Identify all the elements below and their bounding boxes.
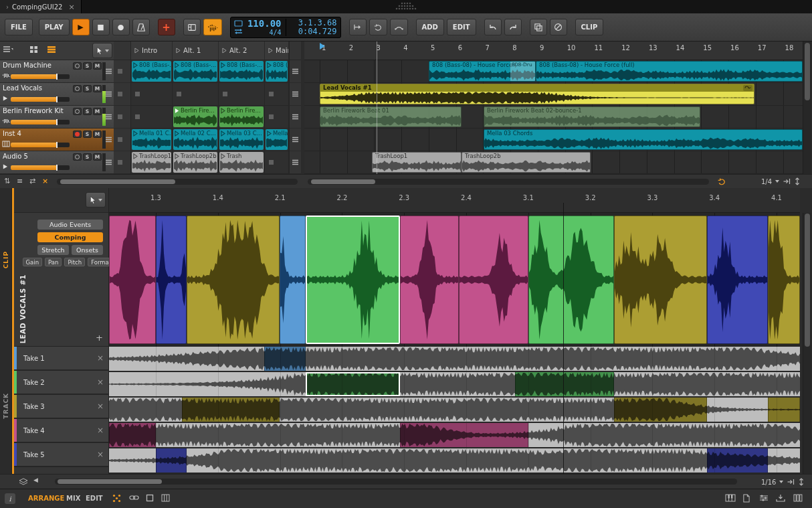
clip-stop-button[interactable]	[135, 114, 140, 119]
solo-button[interactable]: S	[83, 108, 92, 115]
mini-menu-icon[interactable]	[292, 137, 299, 143]
clip-stop-button[interactable]	[118, 160, 122, 165]
arranger-clip[interactable]: TrashLoop2b	[462, 152, 591, 173]
meter-bridge-icon[interactable]	[793, 494, 803, 502]
mini-menu-icon[interactable]	[292, 159, 299, 165]
take-row[interactable]: Take 5×	[14, 443, 108, 467]
mini-menu-icon[interactable]	[292, 91, 299, 97]
arranger-clip[interactable]: Berlin Firework Beat 01	[320, 106, 462, 127]
clip-stop-button[interactable]	[118, 69, 122, 74]
orange-dots-icon[interactable]	[112, 494, 121, 503]
onsets-button[interactable]: Onsets	[72, 245, 103, 255]
song-time-value[interactable]: 0:04.729	[298, 27, 337, 36]
take-comp-region[interactable]	[109, 423, 156, 447]
snap-caret-icon[interactable]	[775, 180, 779, 183]
mute-button[interactable]: M	[93, 131, 102, 138]
arranger-clip[interactable]: Mella 03 Chords	[484, 129, 803, 150]
clip-stop-button[interactable]	[269, 114, 274, 119]
arranger-clip[interactable]: Lead Vocals #1	[320, 84, 754, 104]
comp-segment[interactable]	[459, 216, 528, 344]
empty-clip-slot[interactable]	[265, 83, 289, 105]
clip-slot[interactable]: 808 (Bass-...	[219, 60, 265, 82]
take-row[interactable]: Take 4×	[14, 419, 108, 443]
undo-button[interactable]	[484, 19, 502, 35]
clip-slot[interactable]: Mella 03 C...	[219, 129, 265, 151]
launcher-h-scrollbar[interactable]	[57, 179, 298, 185]
take-lane[interactable]	[109, 347, 800, 371]
editor-h-scrollbar[interactable]	[55, 479, 737, 485]
clear-selection-icon[interactable]: ×	[42, 177, 48, 185]
pointer-tool-button[interactable]	[92, 43, 112, 58]
launcher-clip[interactable]: TrashLoop2b	[173, 152, 217, 173]
dual-view-toggle-button[interactable]	[203, 19, 222, 35]
take-lane[interactable]	[109, 448, 800, 473]
layers-icon[interactable]	[19, 478, 28, 486]
arranger-clip[interactable]: Berlin Firework Beat 02-bounce-1	[484, 106, 700, 127]
track-menu-icon[interactable]	[105, 159, 112, 165]
square-icon[interactable]	[146, 494, 154, 502]
clip-slot[interactable]: Mella 01 C...	[131, 129, 173, 151]
time-signature-value[interactable]: 4/4	[269, 29, 281, 36]
clip-stop-button[interactable]	[177, 92, 181, 96]
input-monitor-button[interactable]	[73, 62, 82, 70]
scroll-follow-icon[interactable]: ⇅	[4, 177, 10, 185]
stretch-button[interactable]: Stretch	[37, 245, 69, 255]
launcher-clip[interactable]: Mella 03 C...	[219, 129, 264, 150]
track-header[interactable]: Lead VocalsSM	[0, 83, 114, 106]
comp-segment[interactable]	[280, 216, 306, 344]
volume-fader[interactable]	[11, 97, 70, 102]
punch-in-button[interactable]	[349, 19, 367, 35]
scene-play-icon[interactable]	[134, 48, 139, 54]
take-comp-region[interactable]	[306, 372, 400, 396]
arranger-timeline[interactable]: 123456789101112131415161718 808 (Bass-08…	[304, 41, 803, 174]
clip-stop-button[interactable]	[118, 114, 122, 119]
comp-segment[interactable]	[109, 216, 156, 344]
gain-button[interactable]: Gain	[23, 258, 43, 266]
tab-clip[interactable]: CLIP	[3, 251, 9, 268]
snap-end-icon[interactable]	[787, 479, 795, 485]
file-icon[interactable]	[742, 494, 750, 503]
comp-segment[interactable]	[614, 216, 707, 344]
remove-take-icon[interactable]: ×	[97, 377, 104, 387]
clip-slot[interactable]: TrashLoop2b	[173, 151, 219, 173]
inbox-icon[interactable]	[776, 494, 785, 502]
launcher-clip[interactable]: Trash	[219, 152, 264, 173]
empty-clip-slot[interactable]	[173, 83, 219, 105]
clip-launcher-toggle-icon[interactable]	[29, 46, 38, 54]
arranger-toggle-icon[interactable]	[47, 46, 56, 54]
track-list-menu-icon[interactable]	[3, 46, 13, 53]
remove-take-icon[interactable]: ×	[97, 353, 104, 363]
redo-button[interactable]	[504, 19, 522, 35]
scene-header[interactable]: Alt. 1	[173, 41, 219, 60]
take-comp-region[interactable]	[156, 448, 187, 473]
solo-button[interactable]: S	[83, 153, 92, 161]
track-menu-icon[interactable]	[105, 114, 112, 120]
comp-segment[interactable]	[306, 216, 400, 344]
input-monitor-button[interactable]	[73, 85, 82, 92]
volume-fader[interactable]	[11, 165, 70, 170]
mute-button[interactable]: M	[93, 108, 102, 115]
horizontal-zoom-icon[interactable]: ⇄	[29, 177, 35, 185]
take-comp-region[interactable]	[182, 398, 280, 422]
snap-caret-icon[interactable]	[779, 481, 783, 483]
track-header[interactable]: Drum MachineSM	[0, 60, 114, 83]
transport-display[interactable]: 110.00 4/4 3.1.3.68 0:04.729	[230, 17, 341, 38]
comp-segment[interactable]	[768, 216, 800, 344]
scene-header[interactable]: Intro	[131, 41, 173, 60]
take-row[interactable]: Take 2×	[14, 371, 108, 395]
scene-play-icon[interactable]	[268, 48, 273, 54]
add-button[interactable]: ADD	[416, 19, 444, 35]
info-icon[interactable]: i	[5, 493, 15, 504]
track-header[interactable]: Audio 5SM	[0, 151, 114, 174]
take-comp-region[interactable]	[264, 347, 306, 371]
scene-header[interactable]: Main	[265, 41, 289, 60]
comp-segment[interactable]	[707, 216, 768, 344]
clip-stop-button[interactable]	[223, 92, 227, 96]
clip-slot[interactable]: Berlin Fire...	[173, 106, 219, 128]
launcher-clip[interactable]: TrashLoop1	[132, 152, 171, 173]
cancel-button[interactable]	[550, 19, 567, 35]
clip-stop-button[interactable]	[118, 137, 122, 142]
editor-ruler[interactable]: 1.31.42.12.22.32.43.13.23.33.44.1	[109, 188, 800, 213]
clip-slot[interactable]: TrashLoop1	[131, 151, 173, 173]
arranger-clip[interactable]: 808 (Bass-08) - House Force (full)	[536, 61, 803, 82]
